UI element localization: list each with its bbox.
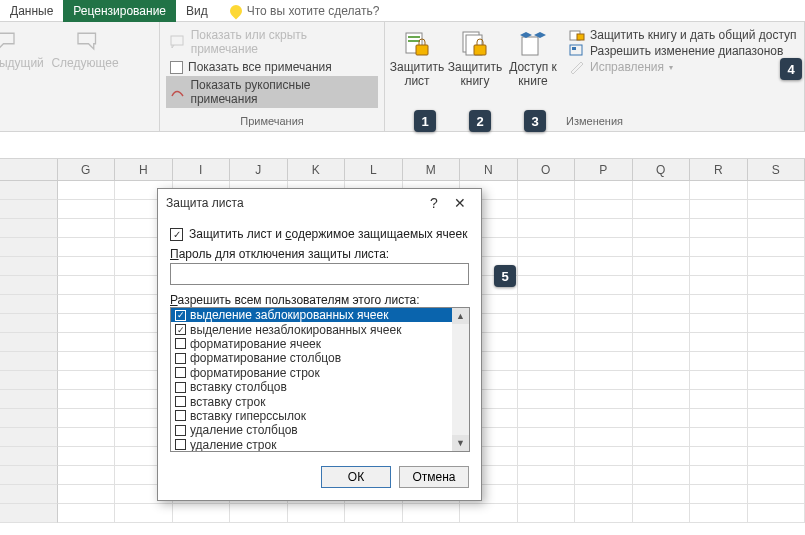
cell[interactable]	[748, 257, 806, 276]
cell[interactable]	[633, 219, 691, 238]
password-input[interactable]	[170, 263, 469, 285]
track-changes-button[interactable]: Исправления ▾	[569, 60, 797, 74]
cell[interactable]	[0, 390, 58, 409]
column-header[interactable]: Q	[633, 159, 691, 180]
scrollbar[interactable]: ▲ ▼	[452, 308, 469, 451]
cell[interactable]	[633, 181, 691, 200]
column-header[interactable]: H	[115, 159, 173, 180]
cell[interactable]	[0, 466, 58, 485]
share-workbook-button[interactable]: Доступ к книге	[507, 26, 559, 89]
help-button[interactable]: ?	[421, 195, 447, 211]
allow-edit-ranges-button[interactable]: Разрешить изменение диапазонов	[569, 44, 797, 58]
cell[interactable]	[0, 371, 58, 390]
cell[interactable]	[0, 447, 58, 466]
close-button[interactable]: ✕	[447, 195, 473, 211]
cell[interactable]	[575, 295, 633, 314]
cell[interactable]	[58, 485, 116, 504]
cell[interactable]	[575, 200, 633, 219]
cell[interactable]	[518, 314, 576, 333]
cell[interactable]	[58, 200, 116, 219]
cell[interactable]	[633, 238, 691, 257]
cell[interactable]	[0, 295, 58, 314]
cell[interactable]	[58, 219, 116, 238]
cell[interactable]	[403, 504, 461, 523]
cell[interactable]	[58, 238, 116, 257]
cell[interactable]	[748, 333, 806, 352]
cell[interactable]	[0, 352, 58, 371]
list-item[interactable]: форматирование строк	[171, 366, 452, 380]
column-header[interactable]: P	[575, 159, 633, 180]
cell[interactable]	[748, 447, 806, 466]
cell[interactable]	[58, 504, 116, 523]
protect-sheet-button[interactable]: Защитить лист	[391, 26, 443, 89]
cell[interactable]	[115, 504, 173, 523]
cell[interactable]	[58, 181, 116, 200]
cell[interactable]	[748, 200, 806, 219]
cell[interactable]	[0, 504, 58, 523]
cell[interactable]	[690, 466, 748, 485]
next-comment-button[interactable]: Следующее	[50, 30, 120, 70]
cell[interactable]	[518, 276, 576, 295]
cell[interactable]	[690, 447, 748, 466]
cell[interactable]	[0, 333, 58, 352]
cell[interactable]	[748, 390, 806, 409]
cell[interactable]	[230, 504, 288, 523]
cell[interactable]	[633, 428, 691, 447]
cell[interactable]	[690, 295, 748, 314]
cell[interactable]	[575, 276, 633, 295]
scroll-up-icon[interactable]: ▲	[452, 308, 469, 324]
tell-me[interactable]: Что вы хотите сделать?	[230, 4, 380, 18]
cell[interactable]	[748, 295, 806, 314]
cell[interactable]	[575, 409, 633, 428]
cell[interactable]	[575, 428, 633, 447]
cell[interactable]	[575, 390, 633, 409]
column-header[interactable]: N	[460, 159, 518, 180]
cell[interactable]	[690, 390, 748, 409]
cell[interactable]	[58, 371, 116, 390]
protect-checkbox-row[interactable]: ✓ Защитить лист и содержимое защищаемых …	[170, 227, 469, 241]
cell[interactable]	[518, 447, 576, 466]
cell[interactable]	[690, 219, 748, 238]
cell[interactable]	[0, 219, 58, 238]
list-item[interactable]: удаление строк	[171, 438, 452, 452]
cell[interactable]	[575, 219, 633, 238]
cell[interactable]	[690, 333, 748, 352]
cell[interactable]	[690, 485, 748, 504]
cell[interactable]	[518, 371, 576, 390]
cell[interactable]	[748, 466, 806, 485]
cell[interactable]	[748, 371, 806, 390]
cell[interactable]	[748, 409, 806, 428]
column-header[interactable]: L	[345, 159, 403, 180]
cell[interactable]	[690, 428, 748, 447]
cell[interactable]	[690, 314, 748, 333]
cell[interactable]	[345, 504, 403, 523]
show-hide-comment[interactable]: Показать или скрыть примечание	[166, 26, 378, 58]
cell[interactable]	[0, 257, 58, 276]
cell[interactable]	[518, 295, 576, 314]
cell[interactable]	[58, 314, 116, 333]
list-item[interactable]: ✓выделение заблокированных ячеек	[171, 308, 452, 322]
cell[interactable]	[690, 257, 748, 276]
cell[interactable]	[633, 333, 691, 352]
cell[interactable]	[748, 428, 806, 447]
list-item[interactable]: удаление столбцов	[171, 423, 452, 437]
column-header[interactable]	[0, 159, 58, 180]
cell[interactable]	[58, 428, 116, 447]
cell[interactable]	[460, 504, 518, 523]
cell[interactable]	[58, 447, 116, 466]
cell[interactable]	[58, 352, 116, 371]
protect-and-share-button[interactable]: Защитить книгу и дать общий доступ	[569, 28, 797, 42]
cell[interactable]	[690, 181, 748, 200]
tab-data[interactable]: Данные	[0, 0, 63, 22]
cell[interactable]	[0, 428, 58, 447]
cell[interactable]	[633, 371, 691, 390]
column-header[interactable]: G	[58, 159, 116, 180]
cell[interactable]	[690, 371, 748, 390]
cell[interactable]	[633, 314, 691, 333]
cell[interactable]	[58, 276, 116, 295]
cell[interactable]	[748, 181, 806, 200]
column-header[interactable]: J	[230, 159, 288, 180]
cell[interactable]	[0, 485, 58, 504]
show-ink-annotations[interactable]: Показать рукописные примечания	[166, 76, 378, 108]
column-header[interactable]: K	[288, 159, 346, 180]
